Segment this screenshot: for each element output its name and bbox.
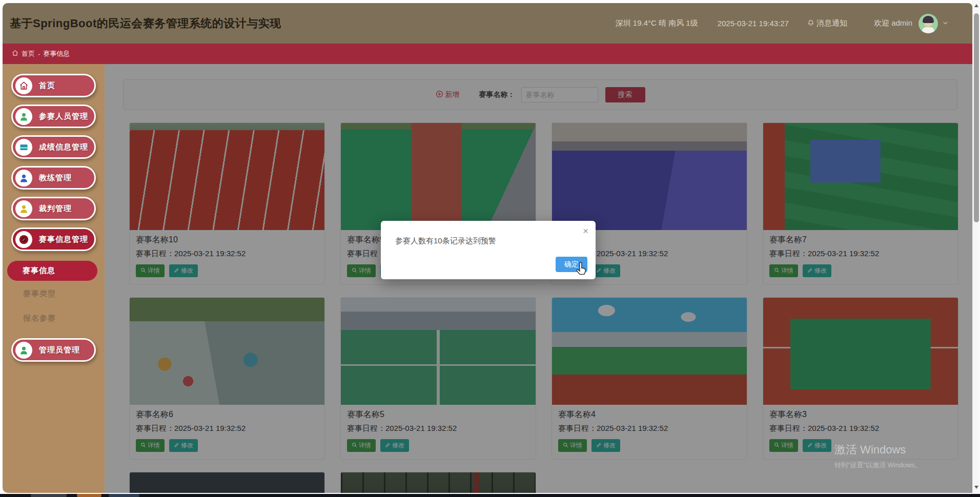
sidebar-item-event-management[interactable]: 赛事信息管理 (11, 227, 96, 251)
person-icon (15, 200, 32, 217)
sidebar-item-participants[interactable]: 参赛人员管理 (11, 105, 96, 128)
sidebar-subitem-event-type[interactable]: 赛事类型 (23, 289, 105, 299)
scroll-down-arrow-icon[interactable] (974, 486, 978, 489)
clock-text: 2025-03-21 19:43:27 (718, 19, 789, 28)
home-icon (12, 50, 18, 58)
alert-dialog: × 参赛人数有10条记录达到预警 确定 (381, 221, 596, 279)
notifications-label: 消息通知 (816, 18, 847, 28)
sidebar-item-referees[interactable]: 裁判管理 (11, 197, 96, 220)
close-icon[interactable]: × (583, 226, 588, 236)
sidebar-subitem-event-info[interactable]: 赛事信息 (7, 261, 97, 281)
header-right: 深圳 19.4°C 晴 南风 1级 2025-03-21 19:43:27 消息… (616, 14, 949, 33)
sidebar: 首页 参赛人员管理 (3, 64, 105, 493)
home-icon (15, 77, 32, 94)
bell-icon (807, 19, 814, 28)
weather-text: 深圳 19.4°C 晴 南风 1级 (616, 18, 698, 28)
sidebar-item-home[interactable]: 首页 (11, 74, 96, 97)
app-page: 基于SpringBoot的民运会赛务管理系统的设计与实现 深圳 19.4°C 晴… (3, 3, 972, 493)
windows-watermark: 激活 Windows 转到"设置"以激活 Windows。 (834, 442, 922, 470)
sidebar-item-coaches[interactable]: 教练管理 (11, 166, 96, 190)
scroll-up-arrow-icon[interactable] (974, 4, 978, 7)
main-content: 新增 赛事名称： 搜索 赛事名称10 赛事日程：2025-03-21 19:32… (105, 64, 972, 493)
alert-message: 参赛人数有10条记录达到预警 (395, 236, 496, 246)
mouse-cursor (575, 261, 590, 277)
person-icon (15, 342, 32, 359)
sidebar-item-admins[interactable]: 管理员管理 (11, 338, 96, 362)
app-header: 基于SpringBoot的民运会赛务管理系统的设计与实现 深圳 19.4°C 晴… (3, 3, 972, 44)
breadcrumb-separator: - (38, 50, 40, 58)
vertical-scrollbar[interactable] (972, 0, 979, 493)
sidebar-subitem-registration[interactable]: 报名参赛 (23, 314, 105, 323)
event-icon (15, 231, 32, 248)
breadcrumb-current: 赛事信息 (43, 49, 70, 58)
breadcrumb-home[interactable]: 首页 (22, 49, 35, 58)
scrollbar-thumb[interactable] (974, 13, 979, 222)
person-icon (15, 108, 32, 125)
breadcrumb: 首页 - 赛事信息 (3, 44, 972, 64)
chevron-down-icon[interactable] (942, 19, 949, 28)
browser-window: 基于SpringBoot的民运会赛务管理系统的设计与实现 深圳 19.4°C 晴… (0, 0, 980, 497)
app-title: 基于SpringBoot的民运会赛务管理系统的设计与实现 (10, 16, 281, 31)
taskbar-strip (0, 494, 980, 497)
avatar[interactable] (918, 14, 938, 33)
sidebar-item-scores[interactable]: 成绩信息管理 (11, 135, 96, 159)
notifications-button[interactable]: 消息通知 (807, 18, 847, 28)
welcome-text: 欢迎 admin (874, 18, 912, 28)
score-card-icon (15, 139, 32, 156)
person-icon (15, 170, 32, 187)
